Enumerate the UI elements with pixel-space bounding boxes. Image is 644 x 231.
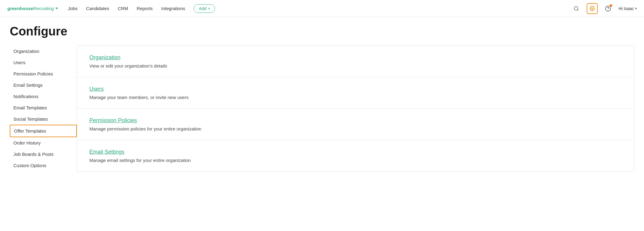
nav-right: Hi Isaac ▾ (571, 3, 637, 14)
help-button[interactable] (603, 3, 614, 14)
nav-reports[interactable]: Reports (137, 6, 153, 11)
sidebar-item-email-settings[interactable]: Email Settings (10, 79, 77, 91)
main-content: Organization View or edit your organizat… (77, 46, 634, 172)
nav-crm[interactable]: CRM (118, 6, 128, 11)
sidebar-item-permission-policies[interactable]: Permission Policies (10, 68, 77, 79)
nav-jobs[interactable]: Jobs (68, 6, 78, 11)
settings-icon (589, 6, 595, 11)
logo-recruiting: Recruiting (33, 6, 54, 11)
sidebar-item-social-templates[interactable]: Social Templates (10, 113, 77, 125)
search-button[interactable] (571, 3, 582, 14)
nav-integrations[interactable]: Integrations (161, 6, 185, 11)
settings-button[interactable] (587, 3, 598, 14)
logo-greenhouse: greenhouse (7, 6, 33, 11)
page-title: Configure (10, 24, 634, 38)
sidebar-item-order-history[interactable]: Order History (10, 137, 77, 148)
section-users: Users Manage your team members, or invit… (77, 77, 634, 109)
sidebar-item-email-templates[interactable]: Email Templates (10, 102, 77, 113)
logo-chevron-icon (55, 8, 58, 9)
organization-link[interactable]: Organization (89, 54, 120, 61)
permission-policies-link[interactable]: Permission Policies (89, 117, 137, 124)
svg-point-0 (574, 6, 578, 10)
add-button-label: Add (199, 6, 206, 11)
sidebar-item-offer-templates[interactable]: Offer Templates (10, 125, 77, 137)
sidebar: Organization Users Permission Policies E… (10, 46, 77, 172)
user-menu[interactable]: Hi Isaac ▾ (618, 6, 637, 11)
search-icon (574, 6, 579, 11)
sidebar-item-notifications[interactable]: Notifications (10, 91, 77, 102)
top-navigation: greenhouse Recruiting Jobs Candidates CR… (0, 0, 644, 17)
users-description: Manage your team members, or invite new … (89, 95, 622, 100)
nav-links: Jobs Candidates CRM Reports Integrations… (68, 4, 571, 13)
logo[interactable]: greenhouse Recruiting (7, 6, 58, 11)
sidebar-item-users[interactable]: Users (10, 57, 77, 68)
permission-policies-description: Manage permission policies for your enti… (89, 126, 622, 131)
notification-dot (610, 4, 612, 7)
section-organization: Organization View or edit your organizat… (77, 46, 634, 77)
add-chevron-icon: ▾ (208, 7, 210, 10)
user-chevron-icon: ▾ (635, 7, 637, 10)
svg-line-1 (578, 9, 578, 10)
email-settings-link[interactable]: Email Settings (89, 149, 124, 155)
section-permission-policies: Permission Policies Manage permission po… (77, 109, 634, 140)
content-layout: Organization Users Permission Policies E… (10, 46, 634, 172)
page-container: Configure Organization Users Permission … (0, 17, 644, 179)
section-email-settings: Email Settings Manage email settings for… (77, 140, 634, 171)
email-settings-description: Manage email settings for your entire or… (89, 158, 622, 163)
sidebar-item-custom-options[interactable]: Custom Options (10, 160, 77, 171)
users-link[interactable]: Users (89, 86, 104, 92)
user-greeting-text: Hi Isaac (618, 6, 634, 11)
svg-point-2 (592, 8, 593, 9)
nav-candidates[interactable]: Candidates (86, 6, 109, 11)
add-button[interactable]: Add ▾ (194, 4, 215, 13)
sidebar-item-organization[interactable]: Organization (10, 46, 77, 57)
organization-description: View or edit your organization's details (89, 63, 622, 68)
sidebar-item-job-boards[interactable]: Job Boards & Posts (10, 148, 77, 160)
